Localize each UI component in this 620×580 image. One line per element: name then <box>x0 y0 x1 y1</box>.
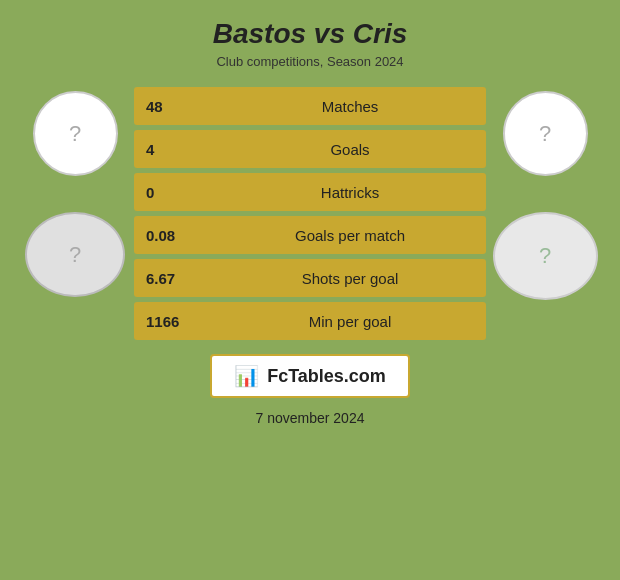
brand-icon: 📊 <box>234 364 259 388</box>
stat-row: 0.08Goals per match <box>134 216 486 254</box>
page-wrapper: Bastos vs Cris Club competitions, Season… <box>0 0 620 580</box>
stat-label: Goals per match <box>214 227 486 244</box>
stat-label: Matches <box>214 98 486 115</box>
right-avatar-column: ? ? <box>490 87 600 300</box>
stat-value: 48 <box>134 98 214 115</box>
main-content: ? ? 48Matches4Goals0Hattricks0.08Goals p… <box>20 87 600 340</box>
stat-row: 4Goals <box>134 130 486 168</box>
right-bottom-avatar-icon: ? <box>539 243 551 269</box>
left-avatar-column: ? ? <box>20 87 130 297</box>
stat-value: 1166 <box>134 313 214 330</box>
stat-row: 6.67Shots per goal <box>134 259 486 297</box>
left-bottom-avatar-icon: ? <box>69 242 81 268</box>
page-subtitle: Club competitions, Season 2024 <box>216 54 403 69</box>
stat-value: 0 <box>134 184 214 201</box>
stat-value: 4 <box>134 141 214 158</box>
stats-column: 48Matches4Goals0Hattricks0.08Goals per m… <box>130 87 490 340</box>
center-bottom: 📊 FcTables.com 7 november 2024 <box>20 340 600 426</box>
stat-label: Goals <box>214 141 486 158</box>
stat-label: Min per goal <box>214 313 486 330</box>
left-top-avatar: ? <box>33 91 118 176</box>
brand-name: FcTables.com <box>267 366 386 387</box>
right-bottom-avatar: ? <box>493 212 598 300</box>
date-text: 7 november 2024 <box>256 410 365 426</box>
stat-row: 48Matches <box>134 87 486 125</box>
right-top-avatar-icon: ? <box>539 121 551 147</box>
stat-label: Shots per goal <box>214 270 486 287</box>
stat-value: 6.67 <box>134 270 214 287</box>
stat-value: 0.08 <box>134 227 214 244</box>
right-top-avatar: ? <box>503 91 588 176</box>
stat-label: Hattricks <box>214 184 486 201</box>
stat-row: 1166Min per goal <box>134 302 486 340</box>
page-title: Bastos vs Cris <box>213 18 408 50</box>
left-top-avatar-icon: ? <box>69 121 81 147</box>
stat-row: 0Hattricks <box>134 173 486 211</box>
brand-box: 📊 FcTables.com <box>210 354 410 398</box>
left-bottom-avatar: ? <box>25 212 125 297</box>
